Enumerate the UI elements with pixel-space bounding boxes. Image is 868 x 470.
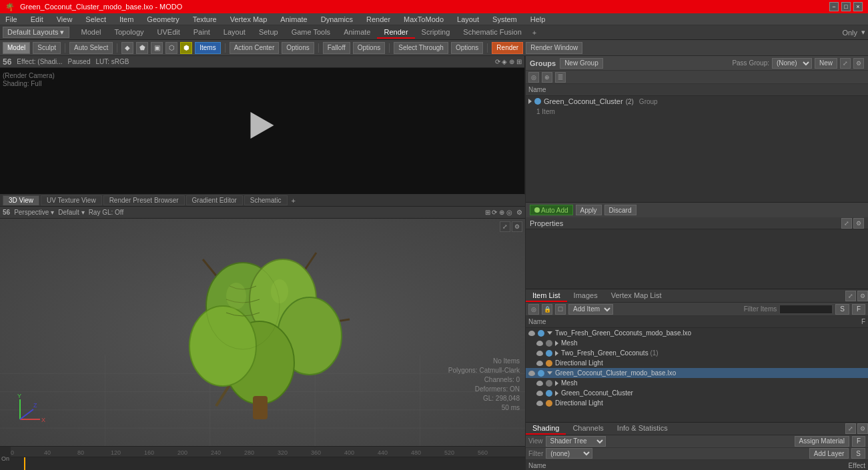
apply-btn[interactable]: Apply	[576, 205, 602, 215]
items-sel-btn[interactable]: ☐	[555, 304, 566, 315]
shading-tab-shading[interactable]: Shading	[526, 423, 566, 435]
menu-vertex-map[interactable]: Vertex Map	[228, 15, 270, 23]
tool-f2[interactable]: ⬟	[136, 42, 148, 54]
mode-model-btn[interactable]: Model	[3, 42, 30, 54]
tab-game-tools[interactable]: Game Tools	[285, 27, 338, 39]
items-row-2[interactable]: Two_Fresh_Green_Coconuts (1)	[526, 348, 868, 358]
items-list[interactable]: Two_Fresh_Green_Coconuts_modo_base.lxo M…	[526, 328, 868, 422]
new-group-btn[interactable]: New Group	[560, 58, 603, 69]
minimize-button[interactable]: −	[829, 2, 839, 11]
vp-config-btn[interactable]: ⚙	[512, 221, 522, 232]
vp-settings-icon[interactable]: ⚙	[516, 209, 522, 216]
auto-select-btn[interactable]: Auto Select	[69, 42, 113, 54]
mode-sculpt-btn[interactable]: Sculpt	[33, 42, 61, 54]
vp-expand-btn[interactable]: ⤢	[500, 221, 510, 232]
items-row-7[interactable]: Directional Light	[526, 398, 868, 408]
menu-select[interactable]: Select	[83, 15, 109, 23]
auto-add-btn[interactable]: Auto Add	[530, 205, 573, 215]
tool-f1[interactable]: ◆	[121, 42, 133, 54]
tab-topology[interactable]: Topology	[107, 27, 150, 39]
options-btn-1[interactable]: Options	[282, 42, 314, 54]
menu-edit[interactable]: Edit	[28, 15, 46, 23]
shading-config-btn[interactable]: ⚙	[857, 423, 868, 434]
items-row-3[interactable]: Directional Light	[526, 358, 868, 368]
menu-view[interactable]: View	[54, 15, 75, 23]
vp-view-type[interactable]: Perspective ▾	[14, 209, 54, 216]
menu-file[interactable]: File	[3, 15, 20, 23]
shading-tab-info[interactable]: Info & Statistics	[610, 423, 675, 435]
filter-s-btn[interactable]: S	[835, 304, 849, 315]
close-button[interactable]: ×	[853, 2, 863, 11]
groups-config-btn[interactable]: ⚙	[853, 58, 864, 69]
tab-schematic[interactable]: Schematic Fusion	[456, 27, 528, 39]
group-item-coconut[interactable]: Green_Coconut_Cluster (2) Group	[526, 96, 868, 107]
options-btn-3[interactable]: Options	[451, 42, 483, 54]
tool-f5[interactable]: ⬢	[180, 42, 192, 54]
items-row-1[interactable]: Mesh	[526, 338, 868, 348]
vp-tab-render-preset[interactable]: Render Preset Browser	[103, 195, 185, 205]
timeline-bar[interactable]: 0 40 80 120 160 200 240 280 320 360 400 …	[11, 447, 525, 470]
groups-list[interactable]: Green_Coconut_Cluster (2) Group 1 Item	[526, 96, 868, 202]
items-eye-btn[interactable]: ◎	[528, 304, 539, 315]
filter-f-btn[interactable]: F	[852, 304, 865, 315]
f-btn[interactable]: F	[852, 436, 865, 447]
action-center-btn[interactable]: Action Center	[230, 42, 280, 54]
shader-tree-select[interactable]: Shader Tree	[546, 436, 606, 447]
tab-setup[interactable]: Setup	[252, 27, 285, 39]
menu-animate[interactable]: Animate	[278, 15, 310, 23]
add-item-select[interactable]: Add Item	[568, 304, 613, 315]
tab-model[interactable]: Model	[75, 27, 108, 39]
select-through-btn[interactable]: Select Through	[394, 42, 448, 54]
tab-uvedit[interactable]: UVEdit	[151, 27, 187, 39]
items-tab-vertex[interactable]: Vertex Map List	[604, 290, 669, 302]
menu-texture[interactable]: Texture	[190, 15, 220, 23]
groups-tool-3[interactable]: ☰	[555, 72, 566, 83]
tool-f3[interactable]: ▣	[151, 42, 163, 54]
render-play-button[interactable]	[251, 112, 274, 139]
falloff-btn[interactable]: Falloff	[323, 42, 350, 54]
tab-paint[interactable]: Paint	[187, 27, 217, 39]
menu-help[interactable]: Help	[528, 15, 548, 23]
only-dropdown[interactable]: ▾	[861, 28, 865, 37]
items-row-6[interactable]: Green_Coconut_Cluster	[526, 388, 868, 398]
s-btn[interactable]: S	[851, 448, 865, 459]
prop-expand-btn[interactable]: ⤢	[841, 218, 852, 229]
options-btn-2[interactable]: Options	[353, 42, 385, 54]
vp-shading-mode[interactable]: Default ▾	[58, 209, 84, 216]
groups-tool-1[interactable]: ◎	[528, 72, 539, 83]
menu-render[interactable]: Render	[364, 15, 393, 23]
filter-input[interactable]	[779, 305, 833, 314]
vp-tab-uv[interactable]: UV Texture View	[41, 195, 102, 205]
groups-expand-btn[interactable]: ⤢	[840, 58, 851, 69]
menu-system[interactable]: System	[490, 15, 520, 23]
items-lock-btn[interactable]: 🔒	[542, 304, 552, 315]
vp-tab-add[interactable]: +	[289, 196, 298, 205]
pass-group-select[interactable]: (None)	[772, 58, 812, 69]
tab-add-button[interactable]: +	[528, 27, 540, 38]
shading-tab-channels[interactable]: Channels	[566, 423, 610, 435]
items-tab-images[interactable]: Images	[567, 290, 604, 302]
menu-maxtomode[interactable]: MaxToModo	[401, 15, 446, 23]
shading-expand-btn[interactable]: ⤢	[845, 423, 856, 434]
tool-f4[interactable]: ⬡	[165, 42, 177, 54]
tab-scripting[interactable]: Scripting	[415, 27, 457, 39]
tab-animate[interactable]: Animate	[337, 27, 377, 39]
items-config-btn[interactable]: ⚙	[857, 291, 868, 301]
render-window-btn[interactable]: Render Window	[526, 42, 582, 54]
filter-none-select[interactable]: (none)	[546, 448, 592, 459]
add-layer-btn[interactable]: Add Layer	[809, 448, 849, 459]
groups-tool-2[interactable]: ⊕	[542, 72, 552, 83]
vp-tab-3dview[interactable]: 3D View	[3, 195, 39, 205]
items-row-4[interactable]: Green_Coconut_Cluster_modo_base.lxo	[526, 368, 868, 378]
menu-layout[interactable]: Layout	[454, 15, 482, 23]
maximize-button[interactable]: □	[841, 2, 851, 11]
vp3d-content[interactable]: X Y Z No Items Polygons: Catmull-Clark C…	[0, 219, 525, 446]
menu-geometry[interactable]: Geometry	[144, 15, 181, 23]
timeline-track[interactable]	[11, 457, 525, 470]
timeline-playhead[interactable]	[24, 457, 25, 470]
tab-render[interactable]: Render	[377, 27, 414, 39]
items-expand-btn[interactable]: ⤢	[845, 291, 856, 301]
menu-item[interactable]: Item	[117, 15, 136, 23]
discard-btn[interactable]: Discard	[604, 205, 636, 215]
vp-tab-gradient[interactable]: Gradient Editor	[186, 195, 243, 205]
